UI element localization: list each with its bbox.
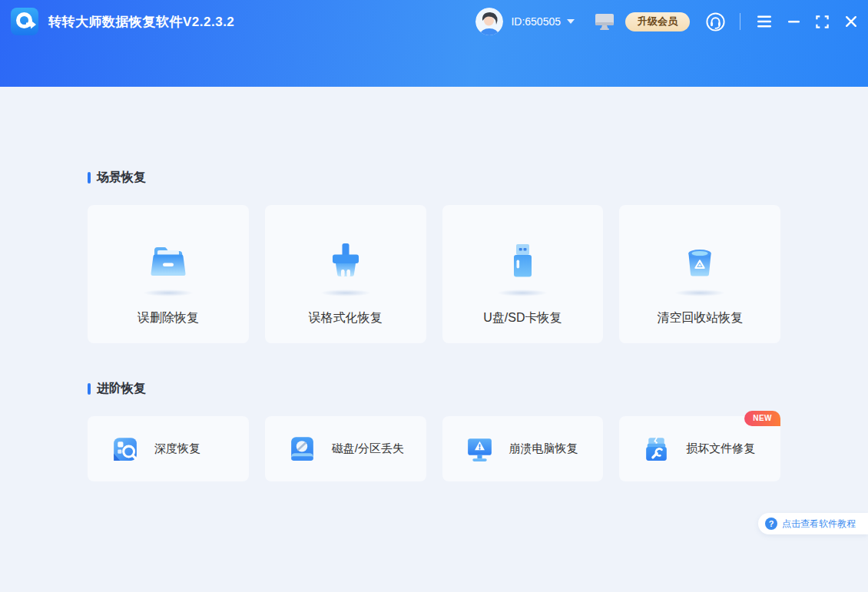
recycle-bin-icon [674,236,725,286]
card-label: 磁盘/分区丢失 [332,442,404,456]
card-recycle-bin-recovery[interactable]: 清空回收站恢复 [619,205,780,343]
card-label: 清空回收站恢复 [657,310,743,326]
menu-icon[interactable] [757,15,772,28]
card-file-repair[interactable]: NEW 损坏文件修复 [619,416,780,481]
disk-partition-icon [287,433,318,465]
new-badge: NEW [744,411,780,426]
minimize-icon[interactable] [788,21,800,23]
card-crashed-pc-recovery[interactable]: 崩溃电脑恢复 [442,416,604,481]
section-accent-bar [88,383,91,395]
user-avatar[interactable] [475,8,503,35]
crashed-pc-icon [464,433,495,465]
card-disk-partition-lost[interactable]: 磁盘/分区丢失 [265,416,426,481]
close-icon[interactable] [845,15,857,28]
broom-icon [320,236,371,286]
file-repair-icon [641,433,672,465]
caret-down-icon[interactable] [567,19,575,24]
app-window: 转转大师数据恢复软件V2.2.3.2 ID:650505 [0,0,868,592]
tutorial-link[interactable]: ? 点击查看软件教程 [758,513,868,534]
app-logo-icon [11,8,38,35]
advanced-card-grid: 深度恢复 磁盘/分区丢 [88,416,780,481]
card-label: 崩溃电脑恢复 [509,442,578,456]
card-formatted-recovery[interactable]: 误格式化恢复 [265,205,426,343]
header-divider [740,13,740,30]
main-area: 场景恢复 [0,87,868,592]
card-label: 深度恢复 [154,442,200,456]
maximize-icon[interactable] [816,15,829,28]
card-label: 损坏文件修复 [686,442,755,456]
card-label: U盘/SD卡恢复 [483,310,562,326]
card-label: 误格式化恢复 [309,310,383,326]
icon-shadow [674,289,725,296]
section-accent-bar [88,172,91,184]
icon-shadow [143,289,194,296]
tutorial-link-label: 点击查看软件教程 [782,518,856,531]
title-bar: 转转大师数据恢复软件V2.2.3.2 ID:650505 [0,0,868,87]
scenario-section-title: 场景恢复 [88,87,780,186]
folder-icon [143,236,194,286]
advanced-section-title: 进阶恢复 [88,343,780,397]
icon-shadow [497,289,548,296]
customer-service-icon[interactable] [705,12,726,32]
monitor-icon[interactable] [595,13,615,31]
card-usb-sd-recovery[interactable]: U盘/SD卡恢复 [442,205,604,343]
scenario-card-grid: 误删除恢复 [88,205,780,343]
card-label: 误删除恢复 [137,310,199,326]
icon-shadow [320,289,371,296]
card-deleted-recovery[interactable]: 误删除恢复 [88,205,249,343]
user-id-label[interactable]: ID:650505 [511,15,561,28]
card-deep-recovery[interactable]: 深度恢复 [88,416,249,481]
usb-drive-icon [497,236,548,286]
app-title: 转转大师数据恢复软件V2.2.3.2 [48,13,234,31]
deep-scan-icon [109,433,141,465]
upgrade-member-button[interactable]: 升级会员 [625,12,690,31]
question-icon: ? [765,518,777,530]
